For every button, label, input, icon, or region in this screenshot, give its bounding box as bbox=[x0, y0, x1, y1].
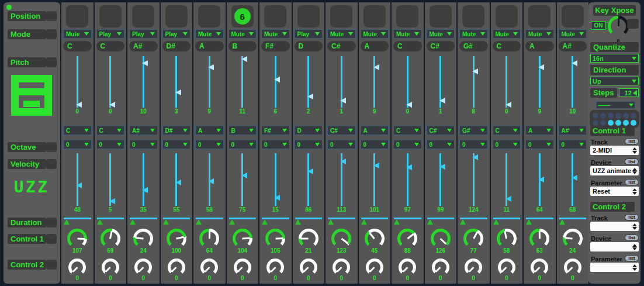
duration-slider-marker[interactable] bbox=[262, 219, 268, 225]
step-pad[interactable]: 6 bbox=[99, 5, 122, 27]
step-mode-dropdown[interactable]: Mute bbox=[228, 29, 257, 39]
pitch-slider[interactable] bbox=[491, 56, 523, 108]
key-xpose-button[interactable]: Key Xpose bbox=[593, 5, 636, 16]
pitch-slider-marker[interactable] bbox=[472, 68, 478, 74]
step-note-dropdown[interactable]: B bbox=[228, 126, 257, 135]
velocity-slider[interactable] bbox=[524, 153, 556, 206]
control1-knob[interactable] bbox=[299, 229, 318, 249]
control1-knob[interactable] bbox=[133, 229, 153, 249]
step-note-dropdown[interactable]: A# bbox=[129, 126, 158, 135]
duration-slider[interactable] bbox=[526, 218, 553, 226]
velocity-slider-marker[interactable] bbox=[472, 154, 478, 160]
velocity-slider-marker[interactable] bbox=[109, 198, 115, 204]
sidebar-item-octave[interactable]: Octave bbox=[8, 142, 46, 152]
velocity-slider-marker[interactable] bbox=[142, 187, 148, 193]
step-octave-dropdown[interactable]: 0 bbox=[261, 140, 290, 149]
step-note-dropdown[interactable]: A bbox=[361, 126, 389, 135]
step-note-dropdown[interactable]: D bbox=[295, 126, 323, 135]
duration-slider[interactable] bbox=[229, 218, 257, 226]
step-octave-dropdown[interactable]: 0 bbox=[559, 140, 587, 149]
spinner-icon[interactable] bbox=[632, 244, 637, 250]
step-mode-dropdown[interactable]: Play bbox=[162, 29, 191, 39]
step-mode-dropdown[interactable]: Mute bbox=[361, 29, 389, 39]
step-note-dropdown[interactable]: C bbox=[96, 126, 125, 135]
velocity-option-button[interactable] bbox=[46, 159, 57, 169]
velocity-slider-marker[interactable] bbox=[307, 168, 313, 174]
step-mode-dropdown[interactable]: Mute bbox=[525, 29, 554, 39]
control2-knob[interactable] bbox=[432, 259, 449, 276]
step-octave-dropdown[interactable]: 0 bbox=[361, 140, 389, 149]
spinner-icon[interactable] bbox=[632, 223, 637, 230]
control1-knob[interactable] bbox=[431, 229, 451, 249]
velocity-slider[interactable] bbox=[259, 153, 292, 206]
pitch-slider-marker[interactable] bbox=[175, 89, 181, 95]
duration-slider-marker[interactable] bbox=[97, 219, 103, 225]
velocity-slider-marker[interactable] bbox=[373, 163, 379, 168]
pitch-slider[interactable] bbox=[161, 56, 193, 108]
pitch-slider[interactable] bbox=[95, 56, 127, 108]
control1-track-list-button[interactable]: list bbox=[625, 138, 639, 144]
pitch-option-button[interactable] bbox=[46, 57, 57, 67]
pitch-slider[interactable] bbox=[326, 56, 358, 108]
control1-option-button[interactable] bbox=[46, 234, 57, 244]
sidebar-item-position[interactable]: Position bbox=[8, 11, 46, 21]
step-mode-dropdown[interactable]: Mute bbox=[327, 29, 356, 39]
step-note-dropdown[interactable]: C# bbox=[327, 126, 356, 135]
duration-slider[interactable] bbox=[262, 218, 289, 226]
octave-option-button[interactable] bbox=[46, 142, 57, 152]
step-pad[interactable]: 6 bbox=[165, 5, 188, 27]
pattern-dot[interactable] bbox=[593, 113, 598, 119]
spinner-icon[interactable] bbox=[632, 168, 637, 174]
velocity-slider-marker[interactable] bbox=[505, 196, 511, 202]
control2-track-list-button[interactable]: list bbox=[625, 214, 639, 220]
step-octave-dropdown[interactable]: 0 bbox=[96, 140, 125, 149]
step-octave-dropdown[interactable]: 0 bbox=[162, 140, 191, 149]
control2-knob[interactable] bbox=[498, 259, 515, 276]
control2-knob[interactable] bbox=[168, 259, 185, 276]
step-mode-dropdown[interactable]: Mute bbox=[393, 29, 422, 39]
control2-track-select[interactable] bbox=[590, 222, 639, 231]
pitch-slider[interactable] bbox=[127, 56, 160, 108]
pitch-slider-marker[interactable] bbox=[340, 98, 346, 104]
velocity-slider[interactable] bbox=[491, 153, 523, 206]
pattern-dropdown[interactable]: ---------- bbox=[596, 101, 635, 109]
step-mode-dropdown[interactable]: Mute bbox=[559, 29, 587, 39]
step-octave-dropdown[interactable]: 0 bbox=[295, 140, 323, 149]
pattern-dot[interactable] bbox=[623, 120, 629, 126]
pitch-slider-marker[interactable] bbox=[439, 98, 445, 104]
step-note-dropdown[interactable]: A bbox=[195, 126, 224, 135]
pattern-dot[interactable] bbox=[631, 120, 636, 126]
control2-knob[interactable] bbox=[366, 259, 383, 276]
step-pad[interactable]: 6 bbox=[264, 5, 286, 27]
duration-slider[interactable] bbox=[130, 218, 157, 226]
control1-track-select[interactable]: 2-MIDI bbox=[590, 146, 639, 155]
step-note-dropdown[interactable]: G# bbox=[459, 126, 488, 135]
pattern-dot[interactable] bbox=[608, 120, 614, 126]
velocity-slider-marker[interactable] bbox=[572, 175, 577, 181]
spinner-icon[interactable] bbox=[632, 147, 637, 154]
step-note-dropdown[interactable]: A bbox=[525, 126, 554, 135]
step-octave-dropdown[interactable]: 0 bbox=[63, 140, 92, 149]
sidebar-item-mode[interactable]: Mode bbox=[8, 29, 46, 39]
duration-slider-marker[interactable] bbox=[493, 219, 499, 225]
pitch-slider[interactable] bbox=[392, 56, 424, 108]
control2-knob[interactable] bbox=[200, 259, 218, 276]
pitch-slider[interactable] bbox=[524, 56, 556, 108]
quantize-dropdown[interactable]: 16n bbox=[590, 54, 639, 63]
pitch-slider[interactable] bbox=[227, 56, 259, 108]
duration-slider[interactable] bbox=[328, 218, 355, 226]
pitch-slider[interactable] bbox=[259, 56, 292, 108]
control2-knob[interactable] bbox=[102, 259, 119, 276]
control1-device-list-button[interactable]: list bbox=[625, 158, 639, 165]
duration-slider-marker[interactable] bbox=[361, 219, 367, 225]
pitch-slider-marker[interactable] bbox=[241, 56, 247, 62]
velocity-slider-marker[interactable] bbox=[175, 180, 181, 185]
step-mode-dropdown[interactable]: Mute bbox=[195, 29, 224, 39]
velocity-slider[interactable] bbox=[161, 153, 193, 206]
duration-slider-marker[interactable] bbox=[229, 219, 235, 225]
control2-parameter-select[interactable] bbox=[590, 263, 639, 272]
duration-slider[interactable] bbox=[196, 218, 223, 226]
duration-slider-marker[interactable] bbox=[526, 219, 532, 225]
duration-slider[interactable] bbox=[493, 218, 521, 226]
step-octave-dropdown[interactable]: 0 bbox=[129, 140, 158, 149]
